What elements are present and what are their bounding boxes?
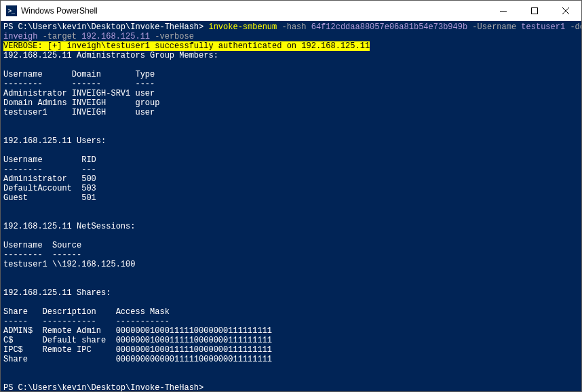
table-row: Guest 501 [3,193,579,203]
users-columns: Username RID [3,155,579,165]
table-row: DefaultAccount 503 [3,184,579,193]
powershell-window: >_ Windows PowerShell PS C:\Users\kevin\… [0,0,582,392]
close-button[interactable] [550,1,581,21]
table-row: testuser1 \\192.168.125.100 [3,260,579,269]
shares-header: 192.168.125.11 Shares: [3,288,579,298]
netsessions-header: 192.168.125.11 NetSessions: [3,222,579,231]
table-row: C$ Default share 00000001000111110000000… [3,336,579,345]
verbose-auth-line: VERBOSE: [+] inveigh\testuser1 successfu… [3,41,579,51]
window-title: Windows PowerShell [21,6,488,16]
maximize-icon [531,7,538,14]
shares-columns: Share Description Access Mask [3,307,579,317]
command-line-2: inveigh -target 192.168.125.11 -verbose [3,32,579,41]
table-row: Domain Admins INVEIGH group [3,98,579,108]
command-line-1: PS C:\Users\kevin\Desktop\Invoke-TheHash… [3,22,579,32]
netsessions-columns: Username Source [3,241,579,250]
admins-separator: -------- ------ ---- [3,79,579,89]
admins-header: 192.168.125.11 Administrators Group Memb… [3,51,579,60]
table-row: ADMIN$ Remote Admin 00000001000111110000… [3,326,579,336]
minimize-button[interactable] [488,1,519,21]
users-header: 192.168.125.11 Users: [3,136,579,146]
shares-separator: ----- ----------- ----------- [3,317,579,326]
minimize-icon [500,11,507,12]
users-separator: -------- --- [3,165,579,174]
window-controls [488,1,581,21]
terminal-body[interactable]: PS C:\Users\kevin\Desktop\Invoke-TheHash… [1,21,581,391]
table-row: Share 00000000000011111000000011111111 [3,355,579,364]
svg-rect-0 [500,11,507,12]
table-row: Administrator 500 [3,174,579,184]
close-icon [562,7,569,14]
powershell-icon: >_ [6,5,17,16]
netsessions-separator: -------- ------ [3,250,579,260]
titlebar[interactable]: >_ Windows PowerShell [1,1,581,21]
svg-rect-1 [532,8,538,14]
maximize-button[interactable] [519,1,550,21]
admins-columns: Username Domain Type [3,70,579,79]
table-row: Administrator INVEIGH-SRV1 user [3,89,579,98]
table-row: IPC$ Remote IPC 000000010001111100000001… [3,345,579,355]
table-row: testuser1 INVEIGH user [3,108,579,117]
prompt-line: PS C:\Users\kevin\Desktop\Invoke-TheHash… [3,383,579,391]
